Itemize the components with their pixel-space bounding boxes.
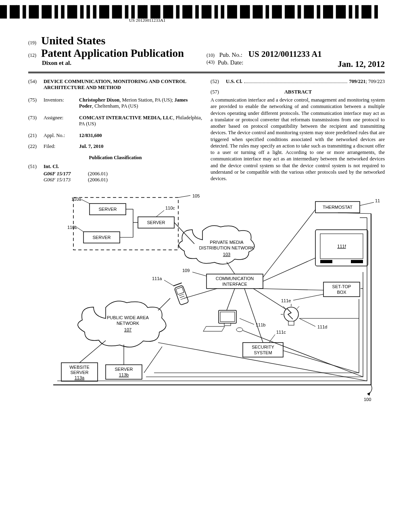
svg-line-26 [227,262,235,274]
svg-text:NETWORK: NETWORK [117,321,140,326]
svg-text:COMMUNICATION: COMMUNICATION [216,276,254,281]
svg-line-27 [192,272,206,276]
invention-title: DEVICE COMMUNICATION, MONITORING AND CON… [44,79,202,91]
filed-label: Filed: [44,143,79,150]
pub-class-heading: Publication Classification [28,155,202,161]
pubdate-value: Jan. 12, 2012 [338,59,385,69]
svg-text:SECURITY: SECURITY [252,345,274,349]
filed-value: Jul. 7, 2010 [79,143,202,150]
intcl-class-1: G06F 15/173 [44,177,88,183]
abstract-heading: ABSTRACT [227,89,369,95]
svg-text:109: 109 [182,268,190,273]
uscl-code: (52) [211,79,226,85]
svg-text:SERVER: SERVER [92,235,111,240]
publication-type-line: (12) Patent Application Publication [28,47,206,60]
svg-line-79 [79,341,106,363]
pub-type: Patent Application Publication [41,47,184,59]
svg-rect-60 [220,312,235,322]
svg-rect-44 [288,321,294,325]
svg-line-56 [173,283,182,286]
svg-marker-99 [367,392,370,396]
svg-text:SERVER: SERVER [70,370,88,375]
country-name: United States [41,34,105,47]
assignee-label: Assignee: [44,115,79,127]
svg-text:111g: 111g [375,198,380,203]
svg-text:113a: 113a [75,375,85,380]
svg-text:SET-TOP: SET-TOP [332,284,351,289]
svg-text:113b: 113b [119,372,129,377]
pubno-label: Pub. No.: [219,52,242,58]
abstract-text: A communication interface and a device c… [211,97,385,182]
svg-text:103: 103 [223,252,230,257]
svg-text:SERVER: SERVER [98,207,117,212]
svg-line-46 [297,306,299,309]
svg-rect-62 [203,326,225,331]
inventors-label: Inventors: [44,97,79,109]
svg-line-9 [156,210,164,217]
pubdate-label: Pub. Date: [218,59,243,69]
svg-text:110a: 110a [71,197,81,202]
svg-text:SERVER: SERVER [115,367,133,372]
svg-rect-61 [224,323,231,326]
divider-thin [28,73,385,73]
svg-text:111b: 111b [256,322,265,327]
biblio-right-column: (52) U.S. Cl. 709/221; 709/223 (57) ABST… [211,77,385,183]
svg-text:111d: 111d [317,324,327,329]
assignee-code: (73) [28,115,44,127]
intcl-class-0: G06F 15/177 [44,171,88,177]
svg-text:111e: 111e [281,298,291,303]
intcl-code: (51) [28,164,44,170]
svg-line-84 [227,289,235,310]
uscl-value: 709/221; 709/223 [349,79,385,85]
intcl-label: Int. Cl. [44,164,202,170]
svg-text:DISTRIBUTION NETWORK: DISTRIBUTION NETWORK [199,245,255,250]
svg-text:107: 107 [124,327,131,332]
svg-rect-35 [320,260,332,263]
biblio-left-column: (54) DEVICE COMMUNICATION, MONITORING AN… [28,77,202,183]
svg-line-5 [81,200,90,204]
intcl-year-1: (2006.01) [88,177,108,183]
svg-text:111c: 111c [276,330,286,335]
barcode-block: ▌█▌▌█▌▌█▌█▌▌▌█▌█▌▌█▌█▌▌▌█▌▌▌▌█▌█▌▌▌█▌█▌█… [0,7,381,23]
svg-text:110b: 110b [67,225,77,230]
intcl-year-0: (2006.01) [88,171,108,177]
svg-text:110c: 110c [165,206,175,210]
pub-date-line: (43) Pub. Date: Jan. 12, 2012 [206,59,385,69]
svg-text:PRIVATE MEDIA: PRIVATE MEDIA [210,240,244,245]
svg-line-69 [269,335,275,343]
authors: Dixon et al. [42,60,206,66]
pub-code: (12) [28,52,36,58]
svg-text:THERMOSTAT: THERMOSTAT [323,205,353,210]
svg-line-95 [283,351,359,373]
filed-code: (22) [28,143,44,150]
svg-point-63 [236,328,243,332]
abstract-code: (57) [211,89,226,95]
svg-text:SERVER: SERVER [147,220,165,225]
figure-svg: .box{fill:#fff;stroke:#000;stroke-width:… [33,193,380,403]
svg-line-90 [184,289,217,298]
svg-line-49 [299,318,315,326]
figure-1: .box{fill:#fff;stroke:#000;stroke-width:… [28,193,385,405]
svg-rect-36 [351,260,363,263]
svg-line-98 [144,347,162,373]
pub-no-line: (10) Pub. No.: US 2012/0011233 A1 [206,49,385,59]
uscl-label: U.S. Cl. [226,79,242,85]
svg-text:111a: 111a [152,276,162,281]
svg-line-87 [259,289,323,290]
inventors-value: Christopher Dixon, Merion Station, PA (U… [79,97,202,109]
applno-label: Appl. No.: [44,133,79,139]
applno-code: (21) [28,133,44,139]
svg-line-13 [77,228,83,232]
pubno-code: (10) [206,52,215,58]
country-line: (19) United States [28,34,385,47]
svg-line-88 [263,258,315,281]
svg-text:WEBSITE: WEBSITE [69,365,90,370]
svg-line-31 [360,202,374,206]
intcl-entry: G06F 15/177 (2006.01) [44,171,202,177]
svg-line-57 [164,280,174,286]
pubno-value: US 2012/0011233 A1 [248,49,322,59]
dot-leader [244,79,347,83]
country-code: (19) [28,40,36,46]
svg-line-41 [293,294,323,300]
inventors-code: (75) [28,97,44,109]
